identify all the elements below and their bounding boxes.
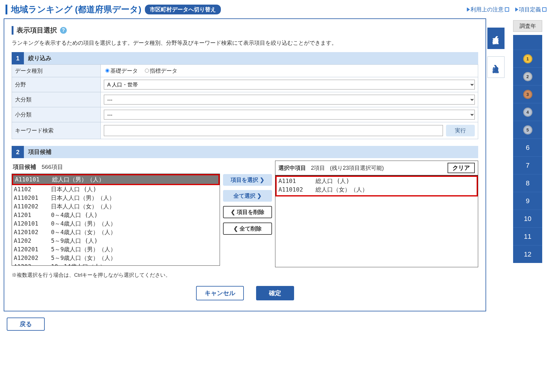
panel-description: ランキングを表示するための項目を選択します。データ種別、分野等及びキーワード検索…	[12, 39, 478, 47]
major-label: 大分類	[12, 92, 101, 107]
definition-link[interactable]: 項目定義	[515, 6, 546, 13]
vtab-region-selection[interactable]: 地域選択 ❯	[487, 56, 505, 78]
field-select[interactable]: A 人口・世帯	[104, 80, 475, 89]
step1-title: 絞り込み	[28, 54, 51, 62]
rank-cell: 1	[513, 50, 542, 67]
rank-strip-header: 調査年	[513, 20, 542, 32]
list-item[interactable]: A1203 10～14歳人口（人）	[12, 262, 220, 266]
radio-indicator-input[interactable]	[145, 69, 149, 73]
rank-strip: 調査年 12345 6789101112	[513, 20, 542, 263]
rank-cell: 10	[513, 210, 542, 227]
remove-all-button[interactable]: ❮ 全て削除	[223, 223, 272, 235]
list-item[interactable]: A120102 0～4歳人口（女）（人）	[12, 228, 220, 237]
list-item[interactable]: A1201 0～4歳人口 (人)	[12, 211, 220, 219]
execute-button[interactable]: 実行	[446, 125, 475, 136]
rank-cell: 12	[513, 245, 542, 263]
keyword-input[interactable]	[104, 125, 443, 136]
selected-remaining: (残り23項目選択可能)	[330, 164, 384, 172]
list-item[interactable]: A1101 総人口 (人)	[277, 177, 477, 185]
filter-table: データ種別 基礎データ 指標データ 分野 A 人口・世帯 大分類 --- 小分類…	[12, 64, 478, 139]
definition-label: 項目定義	[519, 6, 541, 13]
rank-cell: 3	[513, 85, 542, 103]
select-all-button[interactable]: 全て選択 ❯	[223, 190, 272, 202]
page-title: 地域ランキング (都道府県データ)	[11, 4, 141, 15]
rank-cell: 8	[513, 174, 542, 192]
help-icon[interactable]: ?	[60, 27, 67, 34]
selected-listbox[interactable]: A1101 総人口 (人)A110102 総人口（女）（人）	[275, 175, 478, 267]
list-item[interactable]: A120101 0～4歳人口（男）（人）	[12, 219, 220, 228]
selected-label: 選択中項目	[278, 164, 306, 172]
multiselect-hint: ※複数選択を行う場合は、Ctrlキーを押しながら選択してください。	[12, 272, 478, 279]
back-button[interactable]: 戻る	[7, 318, 45, 331]
medal-icon: 2	[523, 72, 532, 81]
data-type-label: データ種別	[12, 65, 101, 77]
switch-data-button[interactable]: 市区町村データへ切り替え	[145, 5, 221, 14]
select-item-button[interactable]: 項目を選択 ❯	[223, 174, 272, 186]
panel-title: 表示項目選択	[17, 26, 57, 35]
confirm-button[interactable]: 確定	[256, 286, 294, 300]
candidates-label: 項目候補	[13, 163, 36, 171]
rank-cell: 9	[513, 192, 542, 210]
clear-button[interactable]: クリア	[448, 163, 475, 173]
chevron-right-icon: ❯	[493, 64, 499, 72]
list-item[interactable]: A120202 5～9歳人口（女）（人）	[12, 254, 220, 262]
medal-icon: 5	[523, 125, 532, 135]
play-icon	[467, 7, 470, 12]
step2-header: 2 項目候補	[12, 146, 478, 158]
radio-basic[interactable]: 基礎データ	[104, 67, 138, 74]
remove-item-button[interactable]: ❮ 項目を削除	[223, 206, 272, 218]
rank-cell: 4	[513, 103, 542, 121]
rank-cell: 11	[513, 227, 542, 245]
medal-icon: 1	[523, 54, 532, 63]
radio-indicator[interactable]: 指標データ	[143, 67, 177, 74]
cancel-button[interactable]: キャンセル	[196, 286, 244, 300]
play-icon	[515, 7, 518, 12]
rank-cell: 2	[513, 67, 542, 85]
medal-icon: 4	[523, 108, 532, 117]
minor-label: 小分類	[12, 107, 101, 122]
title-accent	[6, 5, 7, 14]
selected-count: 2項目	[311, 164, 325, 172]
list-item[interactable]: A110202 日本人人口（女）（人）	[12, 202, 220, 211]
panel-accent	[12, 26, 13, 35]
selected-header: 選択中項目 2項目 (残り23項目選択可能) クリア	[275, 161, 478, 175]
field-label: 分野	[12, 77, 101, 92]
radio-basic-input[interactable]	[105, 69, 109, 73]
minor-select[interactable]: ---	[104, 110, 475, 120]
step2-title: 項目候補	[28, 148, 51, 156]
rank-cell: 5	[513, 121, 542, 139]
step2-number: 2	[12, 146, 24, 158]
list-item[interactable]: A110102 総人口（女）（人）	[277, 185, 477, 194]
list-item[interactable]: A110201 日本人人口（男）（人）	[12, 194, 220, 202]
list-item[interactable]: A120201 5～9歳人口（男）（人）	[12, 245, 220, 254]
candidates-count: 566項目	[42, 163, 63, 171]
candidates-header: 項目候補 566項目	[12, 161, 220, 174]
selection-panel: 表示項目選択 ? ランキングを表示するための項目を選択します。データ種別、分野等…	[4, 18, 486, 311]
step1-number: 1	[12, 52, 24, 64]
keyword-label: キーワード検索	[12, 122, 101, 139]
popout-icon	[542, 7, 546, 12]
vtab-item-selection[interactable]: 表示項目選択 ❮	[487, 28, 505, 49]
list-item[interactable]: A110101 総人口（男）（人）	[13, 175, 218, 184]
usage-notice-label: 利用上の注意	[471, 6, 504, 13]
step1-header: 1 絞り込み	[12, 52, 478, 64]
highlight-annotation: A110101 総人口（男）（人）	[12, 174, 220, 185]
list-item[interactable]: A1202 5～9歳人口 (人)	[12, 237, 220, 245]
rank-cell: 6	[513, 139, 542, 156]
usage-notice-link[interactable]: 利用上の注意	[467, 6, 509, 13]
candidates-listbox[interactable]: A110101 総人口（男）（人）A1102 日本人人口 (人)A110201 …	[12, 174, 220, 266]
list-item[interactable]: A1102 日本人人口 (人)	[12, 185, 220, 194]
chevron-left-icon: ❮	[493, 35, 499, 43]
medal-icon: 3	[523, 90, 532, 99]
rank-cell: 7	[513, 156, 542, 174]
major-select[interactable]: ---	[104, 95, 475, 105]
highlight-annotation: A1101 総人口 (人)A110102 総人口（女）（人）	[275, 176, 478, 196]
popout-icon	[505, 7, 509, 12]
